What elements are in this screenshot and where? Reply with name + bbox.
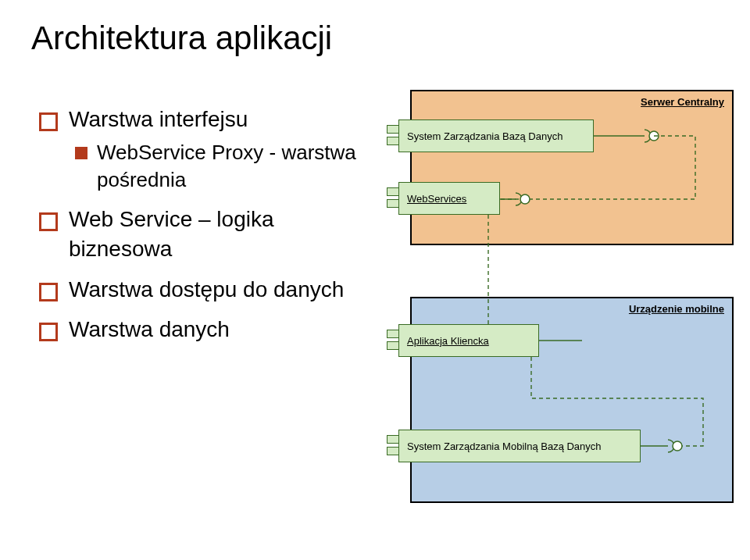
bullet-text: Web Service – logika biznesowa: [69, 205, 367, 264]
component-label: System Zarządzania Bazą Danych: [407, 130, 562, 142]
hollow-square-icon: [39, 283, 58, 301]
filled-square-icon: [75, 147, 88, 159]
component-db-management: System Zarządzania Bazą Danych: [398, 119, 594, 152]
component-tabs-icon: [387, 187, 399, 211]
slide-title: Architektura aplikacji: [31, 20, 332, 57]
device-label: Urządzenie mobilne: [629, 303, 724, 315]
bullet-level1: Warstwa danych: [39, 315, 367, 344]
component-tabs-icon: [387, 330, 399, 353]
component-label: Aplikacja Kliencka: [407, 335, 489, 347]
bullet-text: Warstwa danych: [69, 315, 367, 344]
component-tabs-icon: [387, 125, 399, 148]
bullet-text: Warstwa dostępu do danych: [69, 275, 367, 305]
hollow-square-icon: [39, 212, 58, 231]
component-mobile-db: System Zarządzania Mobilną Bazą Danych: [398, 430, 641, 462]
bullet-text: WebService Proxy - warstwa pośrednia: [97, 139, 367, 194]
bullet-text: Warstwa interfejsu: [69, 105, 367, 134]
server-label: Serwer Centralny: [641, 96, 724, 108]
component-label: System Zarządzania Mobilną Bazą Danych: [407, 441, 602, 452]
component-client-app: Aplikacja Kliencka: [398, 324, 539, 357]
component-label: WebServices: [407, 193, 466, 205]
bullet-level2: WebService Proxy - warstwa pośrednia: [75, 139, 367, 194]
architecture-diagram: Serwer Centralny Urządzenie mobilne Syst…: [379, 90, 734, 527]
bullet-level1: Warstwa dostępu do danych: [39, 275, 367, 305]
bullet-level1: Web Service – logika biznesowa: [39, 205, 367, 264]
bullet-list: Warstwa interfejsu WebService Proxy - wa…: [39, 94, 367, 349]
server-node: Serwer Centralny: [410, 90, 734, 245]
hollow-square-icon: [39, 323, 58, 341]
hollow-square-icon: [39, 112, 58, 131]
slide: Architektura aplikacji Warstwa interfejs…: [0, 0, 750, 560]
component-tabs-icon: [387, 435, 399, 458]
bullet-level1: Warstwa interfejsu: [39, 105, 367, 134]
component-webservices: WebServices: [398, 182, 500, 215]
